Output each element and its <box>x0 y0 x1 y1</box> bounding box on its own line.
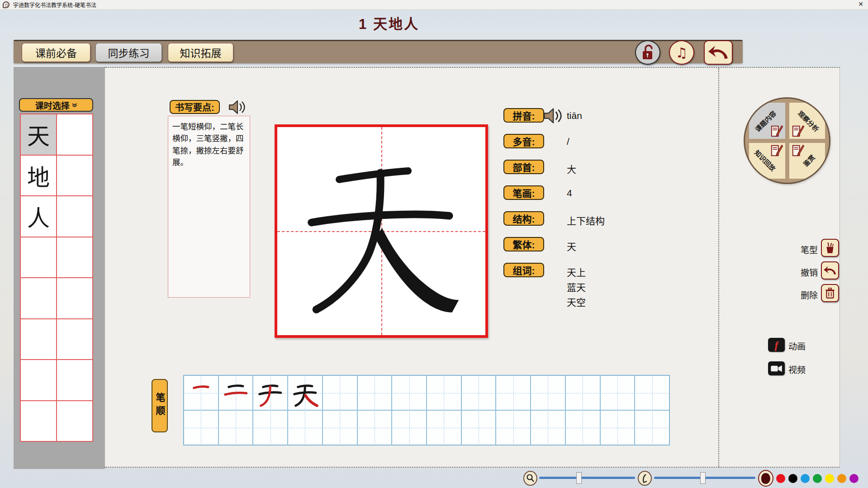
doc-pencil-icon <box>792 144 804 157</box>
stroke-grid-cell <box>427 375 461 410</box>
trash-icon <box>825 287 835 299</box>
lesson-cell[interactable] <box>57 360 93 401</box>
color-swatch[interactable] <box>801 474 810 483</box>
speaker-icon <box>228 99 245 115</box>
stroke-grid-cell <box>323 410 357 445</box>
lesson-cell[interactable] <box>20 401 57 442</box>
return-button[interactable] <box>704 40 733 65</box>
lesson-cell[interactable] <box>57 237 93 278</box>
color-swatch[interactable] <box>788 474 797 483</box>
window-titlebar: 宇迪数字化书法教学系统-硬笔书法 ✕ <box>0 0 868 10</box>
stroke-grid-cell <box>218 375 253 410</box>
stroke-grid-cell <box>461 410 496 445</box>
lesson-select-label: 课时选择 <box>35 99 70 111</box>
unlock-button[interactable] <box>635 40 660 65</box>
lesson-cell[interactable] <box>20 319 57 360</box>
field-label-polyphone: 多音: <box>503 134 544 148</box>
stroke-grid-cell <box>357 375 392 410</box>
lesson-cell[interactable]: 人 <box>20 196 57 237</box>
close-icon[interactable]: ✕ <box>858 0 863 8</box>
stroke-grid-cell <box>288 410 323 445</box>
chevron-down-icon: » <box>70 103 81 107</box>
pen-width-slider-handle[interactable] <box>700 472 706 484</box>
undo-button[interactable] <box>821 261 839 280</box>
current-color-indicator <box>758 470 773 487</box>
lesson-cell[interactable] <box>57 155 93 196</box>
stroke-step-1 <box>185 377 217 408</box>
stroke-grid-cell <box>253 410 288 445</box>
tab-sync-practice[interactable]: 同步练习 <box>95 43 162 62</box>
music-button[interactable]: ♫ <box>669 40 694 65</box>
lesson-select-dropdown[interactable]: 课时选择 » <box>19 98 93 112</box>
stroke-grid-cell <box>600 375 635 410</box>
video-label: 视频 <box>788 363 806 375</box>
video-button[interactable] <box>768 361 785 375</box>
page-title: 1 天地人 <box>271 13 507 33</box>
field-value-traditional: 天 <box>567 239 576 253</box>
field-label-traditional: 繁体: <box>503 237 544 251</box>
lesson-cell[interactable]: 天 <box>20 114 57 155</box>
module-wheel-menu: 课题内容 观察分析 知识回放 鉴赏 <box>745 99 829 183</box>
doc-pencil-icon <box>770 124 783 138</box>
animation-label: 动画 <box>788 340 806 352</box>
tab-knowledge[interactable]: 知识拓展 <box>168 43 233 62</box>
pen-icon <box>640 473 650 484</box>
stroke-grid-cell <box>600 410 635 445</box>
stroke-grid-cell <box>392 410 427 445</box>
stroke-grid-cell <box>357 410 392 445</box>
zoom-slider-handle[interactable] <box>576 472 582 484</box>
doc-pencil-icon <box>792 124 804 138</box>
lesson-cell[interactable]: 地 <box>20 155 57 196</box>
stroke-grid-cell <box>184 375 218 410</box>
stroke-grid-cell <box>253 375 288 410</box>
stroke-order-tab[interactable]: 笔顺 <box>152 379 168 432</box>
lesson-cell[interactable] <box>57 114 93 155</box>
pinyin-audio-button[interactable] <box>543 107 562 124</box>
video-camera-icon <box>770 364 783 373</box>
stroke-step-4 <box>289 377 321 408</box>
stroke-step-3 <box>255 377 286 408</box>
field-value-polyphone: / <box>567 136 569 147</box>
stroke-grid-cell <box>323 375 357 410</box>
zoom-button[interactable] <box>523 471 537 486</box>
lesson-cell[interactable] <box>20 278 57 319</box>
animation-button[interactable]: f <box>768 338 785 352</box>
pen-type-button[interactable] <box>821 239 839 257</box>
field-label-strokes: 笔画: <box>503 185 544 200</box>
word-item: 蓝天 <box>567 280 586 294</box>
color-swatch[interactable] <box>825 474 834 483</box>
pen-width-button[interactable] <box>638 471 652 486</box>
stroke-grid-cell <box>184 410 218 445</box>
color-swatch[interactable] <box>813 474 822 483</box>
tips-audio-button[interactable] <box>228 99 245 115</box>
field-label-structure: 结构: <box>503 211 544 226</box>
lesson-cell[interactable] <box>57 401 93 442</box>
stroke-grid-cell <box>461 375 496 410</box>
undo-arrow-icon <box>823 265 837 276</box>
lesson-cell[interactable] <box>20 237 57 278</box>
stroke-grid-cell <box>565 410 600 445</box>
field-label-radical: 部首: <box>503 160 544 174</box>
lesson-cell[interactable] <box>20 360 57 401</box>
zoom-slider-track[interactable] <box>539 477 635 479</box>
flash-icon: f <box>775 340 778 351</box>
tab-pre-class[interactable]: 课前必备 <box>22 43 90 62</box>
doc-pencil-icon <box>770 144 783 157</box>
color-swatch[interactable] <box>837 474 846 483</box>
ink-blob-icon <box>761 473 770 484</box>
stroke-grid-cell <box>288 375 323 410</box>
main-character-glyph <box>281 131 482 332</box>
stroke-grid-cell <box>496 410 531 445</box>
color-swatch[interactable] <box>849 474 859 483</box>
stroke-grid-cell <box>635 410 669 445</box>
stroke-grid-cell <box>531 410 565 445</box>
delete-button[interactable] <box>821 284 839 302</box>
lesson-cell[interactable] <box>57 319 93 360</box>
field-value-structure: 上下结构 <box>567 213 605 227</box>
color-swatch[interactable] <box>776 474 785 483</box>
undo-label: 撤销 <box>794 266 818 278</box>
writing-tips-label: 书写要点: <box>170 100 220 114</box>
stroke-grid-cell <box>218 410 253 445</box>
lesson-cell[interactable] <box>57 278 93 319</box>
lesson-cell[interactable] <box>57 196 93 237</box>
